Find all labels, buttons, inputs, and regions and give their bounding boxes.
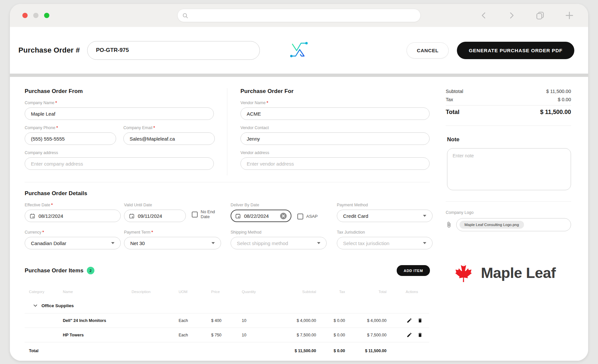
app-header: Purchase Order # CANCEL GENERA — [10, 27, 588, 74]
company-name-input[interactable] — [25, 107, 214, 120]
total-row: Total $ 11,500.00 — [446, 109, 571, 116]
search-icon — [182, 12, 188, 18]
item-name: Dell" 24 Inch Monitors — [56, 318, 127, 323]
pencil-icon — [407, 318, 412, 323]
company-address-label: Company address — [25, 150, 58, 155]
tax-value: $ 0.00 — [558, 97, 571, 102]
edit-item-button[interactable] — [407, 318, 412, 323]
browser-nav-icons — [480, 11, 574, 20]
generate-pdf-button[interactable]: GENERATE PURCHASE ORDER PDF — [457, 42, 574, 59]
close-window-button[interactable] — [22, 13, 28, 18]
payment-term-field: Payment Term* Net 30 — [124, 230, 221, 249]
page-content: Purchase Order From Company Name* Compan… — [10, 77, 588, 361]
logo-file-chip[interactable]: Maple Leaf Consulting Logo.png — [460, 221, 524, 229]
cancel-button[interactable]: CANCEL — [407, 42, 449, 58]
payment-term-value: Net 30 — [130, 240, 145, 246]
payment-term-select[interactable]: Net 30 — [124, 237, 221, 249]
header-actions: CANCEL GENERATE PURCHASE ORDER PDF — [407, 42, 574, 59]
currency-field: Currency* Canadian Dollar — [25, 230, 121, 249]
subtotal-value: $ 11,500.00 — [546, 89, 571, 94]
delete-item-button[interactable] — [417, 332, 423, 338]
column-header-tax: Tax — [317, 290, 346, 294]
chevron-down-icon — [317, 242, 320, 244]
po-from-title: Purchase Order From — [25, 88, 214, 95]
vendor-name-field: Vendor Name* — [240, 101, 430, 120]
delete-item-button[interactable] — [417, 318, 423, 323]
browser-address-bar[interactable] — [177, 9, 421, 22]
column-header-uom: UOM — [174, 290, 203, 294]
chevron-down-icon — [423, 215, 426, 217]
company-logo-upload-field[interactable]: Maple Leaf Consulting Logo.png — [456, 218, 571, 231]
item-quantity: 10 — [235, 318, 284, 323]
items-table: Category Name Description UOM Price Quan… — [25, 285, 429, 359]
column-header-category: Category — [25, 290, 56, 294]
tax-label: Tax — [446, 97, 453, 102]
company-phone-field: Company Phone* — [25, 125, 116, 145]
company-email-input[interactable] — [123, 132, 215, 145]
item-name: HP Towers — [56, 333, 127, 337]
vendor-name-input[interactable] — [240, 107, 430, 120]
chevron-down-icon — [212, 242, 215, 244]
tax-jurisdiction-placeholder: Select tax jurisdiction — [343, 240, 389, 246]
subtotal-row: Subtotal $ 11,500.00 — [446, 89, 571, 94]
po-for-title: Purchase Order For — [240, 88, 430, 95]
trash-icon — [417, 318, 423, 323]
vendor-address-label: Vendor address — [240, 150, 269, 155]
asap-checkbox[interactable] — [297, 214, 303, 219]
payment-term-label: Payment Term — [124, 230, 150, 235]
shipping-method-select[interactable]: Select shipping method — [231, 237, 327, 249]
company-address-input[interactable] — [25, 157, 214, 170]
add-item-button[interactable]: ADD ITEM — [397, 265, 430, 276]
column-header-actions: Actions — [387, 290, 429, 294]
new-tab-icon[interactable] — [565, 11, 574, 20]
paperclip-icon — [446, 221, 452, 229]
chevron-down-icon — [111, 242, 114, 244]
required-asterisk: * — [55, 101, 57, 105]
table-total-subtotal: $ 11,500.00 — [284, 349, 317, 353]
required-asterisk: * — [266, 101, 268, 105]
currency-value: Canadian Dollar — [31, 240, 66, 246]
items-table-header: Category Name Description UOM Price Quan… — [25, 285, 429, 298]
currency-select[interactable]: Canadian Dollar — [25, 237, 121, 249]
table-total-row: Total $ 11,500.00 $ 0.00 $ 11,500.00 — [25, 342, 429, 359]
minimize-window-button[interactable] — [33, 13, 38, 18]
note-textarea[interactable] — [447, 148, 571, 190]
vendor-address-input[interactable] — [240, 157, 430, 170]
valid-until-date-input[interactable]: 09/11/2024 — [124, 210, 186, 222]
company-address-field: Company address — [25, 150, 214, 170]
deliver-by-date-input[interactable]: 08/22/2024 — [231, 210, 291, 222]
summary-sidebar: Subtotal $ 11,500.00 Tax $ 0.00 Total $ … — [439, 77, 588, 361]
po-details-title: Purchase Order Details — [25, 190, 430, 197]
payment-method-select[interactable]: Credit Card — [337, 210, 433, 222]
chevron-down-icon[interactable] — [34, 305, 37, 307]
zoom-window-button[interactable] — [44, 13, 49, 18]
po-items-title: Purchase Order Items — [25, 267, 84, 274]
tabs-overview-icon[interactable] — [536, 11, 545, 20]
vendor-contact-input[interactable] — [240, 132, 430, 145]
effective-date-input[interactable]: 08/12/2024 — [25, 210, 121, 222]
asap-checkbox-row: ASAP — [297, 214, 318, 219]
edit-item-button[interactable] — [407, 332, 412, 338]
item-uom: Each — [174, 318, 203, 323]
company-email-label: Company Email — [123, 125, 152, 130]
shipping-method-placeholder: Select shipping method — [237, 240, 288, 246]
required-asterisk: * — [151, 230, 153, 235]
clear-date-button[interactable] — [280, 213, 287, 219]
item-tax: $ 0.00 — [317, 333, 346, 337]
company-phone-input[interactable] — [25, 132, 116, 145]
item-price: $ 750 — [203, 333, 235, 337]
column-header-price: Price — [203, 290, 235, 294]
deliver-by-date-value: 08/22/2024 — [244, 213, 269, 219]
forward-icon[interactable] — [508, 11, 515, 20]
header-divider-strip — [10, 74, 588, 77]
browser-search-input[interactable] — [191, 13, 416, 18]
back-icon[interactable] — [480, 11, 487, 20]
vendor-contact-label: Vendor Contact — [240, 125, 269, 130]
required-asterisk: * — [51, 203, 53, 207]
chevron-down-icon — [423, 242, 426, 244]
category-group-row[interactable]: Office Supplies — [25, 298, 429, 313]
valid-until-date-field: Valid Until Date 09/11/2024 — [124, 203, 186, 222]
purchase-order-number-input[interactable] — [87, 41, 260, 60]
tax-jurisdiction-select[interactable]: Select tax jurisdiction — [337, 237, 433, 249]
no-end-date-checkbox[interactable] — [192, 212, 198, 217]
